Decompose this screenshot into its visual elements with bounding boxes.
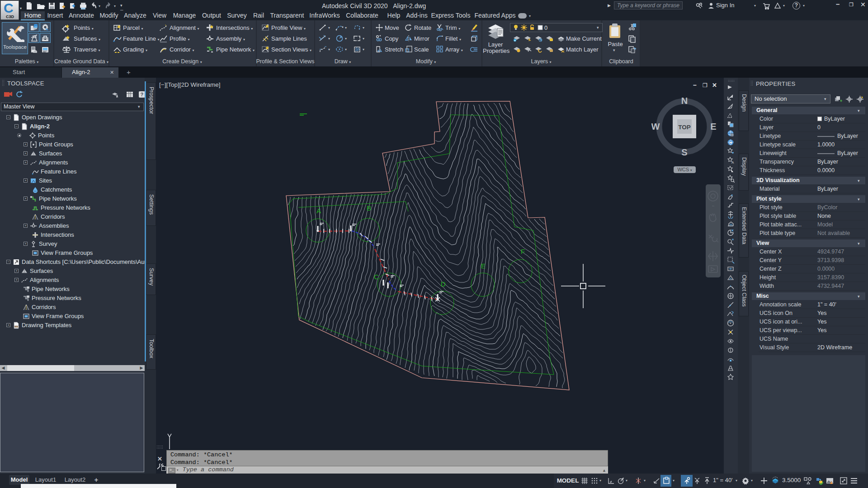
svg-text:N: N <box>681 96 688 106</box>
svg-text:S: S <box>681 147 687 157</box>
svg-text:C: C <box>374 273 379 281</box>
svg-text:A: A <box>731 160 734 164</box>
svg-text:TOP: TOP <box>678 124 691 131</box>
svg-text:W: W <box>651 122 660 131</box>
svg-text:?: ? <box>141 92 144 97</box>
svg-text:A: A <box>316 207 321 215</box>
svg-text:D: D <box>441 280 446 288</box>
svg-text:E: E <box>710 122 716 131</box>
svg-text:C: C <box>4 0 14 15</box>
svg-text:B: B <box>367 204 371 212</box>
svg-text:F: F <box>521 248 525 255</box>
svg-text:DWT: DWT <box>15 326 19 328</box>
svg-text:E: E <box>481 262 486 270</box>
